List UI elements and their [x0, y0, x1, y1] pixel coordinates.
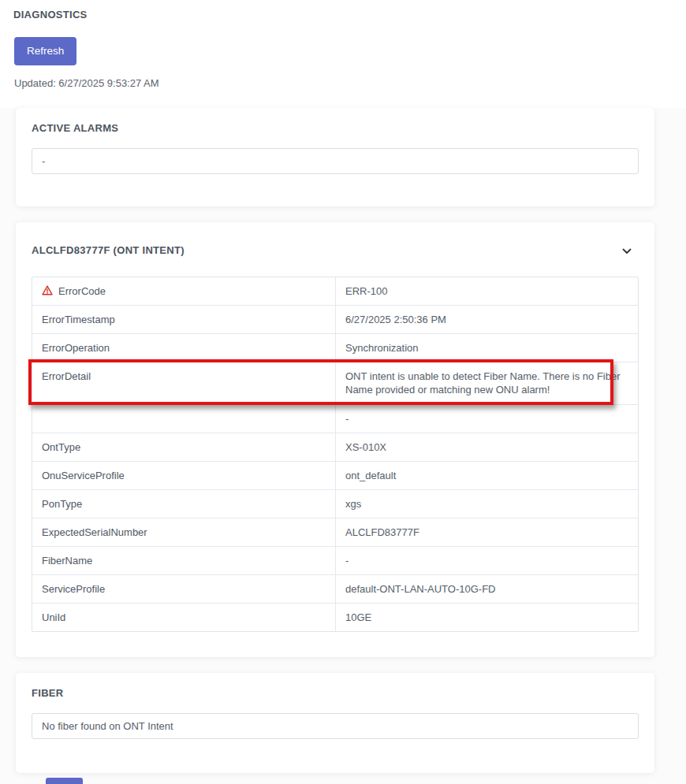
row-value: 10GE: [336, 604, 638, 631]
row-label-cell: FiberName: [32, 547, 336, 574]
row-label-cell: ErrorTimestamp: [32, 306, 336, 333]
table-row: UniId 10GE: [32, 604, 638, 631]
table-row: ExpectedSerialNumber ALCLFD83777F: [32, 518, 638, 547]
row-label: FiberName: [42, 554, 92, 567]
table-row: -: [32, 405, 638, 433]
table-row: OntType XS-010X: [32, 433, 638, 462]
active-alarms-card: ACTIVE ALARMS -: [16, 108, 654, 206]
table-row: ErrorTimestamp 6/27/2025 2:50:36 PM: [32, 306, 638, 334]
row-value: Synchronization: [336, 334, 638, 362]
row-value: ONT intent is unable to detect Fiber Nam…: [336, 362, 638, 404]
row-value: XS-010X: [336, 433, 638, 461]
fiber-title: FIBER: [32, 687, 639, 699]
row-value: 6/27/2025 2:50:36 PM: [336, 306, 638, 333]
row-label-cell: ErrorCode: [32, 277, 336, 305]
updated-timestamp: Updated: 6/27/2025 9:53:27 AM: [14, 77, 686, 108]
active-alarms-value-box: -: [32, 148, 639, 174]
row-label-cell: UniId: [32, 604, 336, 631]
table-row: OnuServiceProfile ont_default: [32, 462, 638, 490]
table-row: ServiceProfile default-ONT-LAN-AUTO-10G-…: [32, 575, 638, 604]
row-label: ErrorDetail: [42, 370, 91, 383]
row-label: ErrorTimestamp: [42, 313, 115, 326]
row-label-cell: PonType: [32, 490, 336, 518]
row-value: ALCLFD83777F: [336, 518, 638, 546]
cutoff-refresh-button[interactable]: [46, 778, 83, 784]
ont-table: ErrorCode ERR-100 ErrorTimestamp 6/27/20…: [32, 277, 639, 632]
warning-triangle-icon: [42, 285, 53, 295]
row-label-cell: ExpectedSerialNumber: [32, 518, 336, 546]
ont-intent-title: ALCLFD83777F (ONT INTENT): [32, 244, 639, 256]
row-label: OnuServiceProfile: [42, 469, 125, 482]
table-row: ErrorDetail ONT intent is unable to dete…: [32, 362, 638, 405]
table-row: FiberName -: [32, 547, 638, 575]
row-value: ERR-100: [336, 277, 638, 305]
row-label-cell: OnuServiceProfile: [32, 462, 336, 489]
row-label: UniId: [42, 611, 65, 624]
fiber-card: FIBER No fiber found on ONT Intent: [16, 673, 654, 773]
row-label-cell: ServiceProfile: [32, 575, 336, 603]
row-label-cell: OntType: [32, 433, 336, 461]
page-title: DIAGNOSTICS: [13, 9, 686, 20]
table-row: ErrorCode ERR-100: [32, 277, 638, 306]
row-label-cell: ErrorDetail: [32, 362, 336, 404]
fiber-message-box: No fiber found on ONT Intent: [32, 713, 639, 739]
row-value: -: [336, 547, 638, 574]
row-label: OntType: [42, 440, 80, 454]
table-row: PonType xgs: [32, 490, 638, 518]
row-value: -: [336, 405, 638, 433]
row-label: ServiceProfile: [42, 582, 105, 596]
row-value: xgs: [336, 490, 638, 518]
row-value: default-ONT-LAN-AUTO-10G-FD: [336, 575, 638, 603]
ont-intent-card: ALCLFD83777F (ONT INTENT) ErrorCode ERR-…: [16, 222, 654, 657]
row-label: ErrorOperation: [42, 341, 110, 355]
row-label: ExpectedSerialNumber: [42, 526, 147, 539]
row-label: ErrorCode: [58, 284, 106, 298]
page-header: DIAGNOSTICS Refresh Updated: 6/27/2025 9…: [0, 0, 686, 108]
table-row: ErrorOperation Synchronization: [32, 334, 638, 362]
row-label-cell: ErrorOperation: [32, 334, 336, 362]
row-label: PonType: [42, 497, 82, 511]
active-alarms-title: ACTIVE ALARMS: [32, 122, 639, 134]
refresh-button[interactable]: Refresh: [14, 37, 76, 65]
chevron-down-icon[interactable]: [620, 244, 634, 258]
row-value: ont_default: [336, 462, 638, 489]
row-label-cell: [32, 405, 336, 433]
